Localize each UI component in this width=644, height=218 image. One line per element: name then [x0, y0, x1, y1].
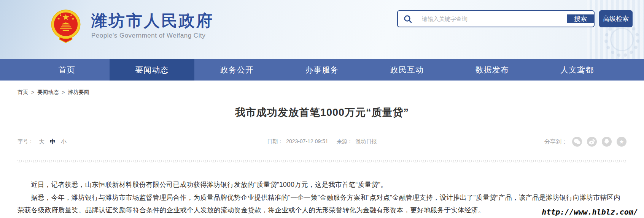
article-meta: 字号： 大 中 小 日期：2023-07-12 09:51来源：潍坊日报 分享到…	[17, 137, 627, 147]
main-nav: 首页 要闻动态 政务公开 办事服务 政民互动 数据发布 人文鸢都	[0, 59, 644, 81]
nav-item-interaction[interactable]: 政民互动	[364, 59, 450, 81]
source-label: 来源：	[337, 138, 353, 144]
article-source: 潍坊日报	[356, 138, 377, 144]
hatched-divider	[17, 160, 627, 163]
breadcrumb-news[interactable]: 要闻动态	[37, 89, 59, 96]
search-button[interactable]: 搜索	[567, 14, 594, 23]
font-size-large[interactable]: 大	[39, 138, 45, 145]
svg-text:★: ★	[70, 14, 72, 17]
article-paragraph: 近日，记者获悉，山东恒联新材料股份有限公司已成功获得潍坊银行发放的“质量贷”10…	[17, 179, 627, 191]
breadcrumb-separator: >	[62, 89, 65, 95]
search-icon	[403, 14, 412, 24]
article-title: 我市成功发放首笔1000万元“质量贷”	[17, 106, 627, 119]
qzone-share-icon[interactable]: ★	[617, 137, 627, 147]
national-emblem-icon: ★ ★ ★ ★	[50, 8, 81, 43]
search-area: 搜索 高级检索	[397, 10, 633, 27]
share-bar: 分享到： ★	[467, 137, 627, 147]
nav-item-services[interactable]: 办事服务	[280, 59, 365, 81]
article-date: 2023-07-12 09:51	[286, 138, 328, 144]
search-input[interactable]	[417, 11, 567, 27]
breadcrumb-home[interactable]: 首页	[17, 89, 28, 96]
advanced-search-button[interactable]: 高级检索	[599, 10, 633, 27]
svg-text:★: ★	[57, 17, 60, 21]
svg-text:★: ★	[72, 17, 74, 21]
site-title: 潍坊市人民政府	[91, 12, 214, 30]
search-box: 搜索	[397, 10, 595, 27]
site-logo[interactable]: ★ ★ ★ ★ 潍坊市人民政府 People's Government of W…	[50, 8, 214, 43]
nav-item-gov-affairs[interactable]: 政务公开	[194, 59, 280, 81]
date-source: 日期：2023-07-12 09:51来源：潍坊日报	[177, 138, 467, 145]
site-subtitle: People's Government of Weifang City	[91, 32, 214, 39]
breadcrumb-weifang-news[interactable]: 潍坊要闻	[68, 89, 89, 96]
page: ★ ★ ★ ★ 潍坊市人民政府 People's Government of W…	[0, 0, 644, 218]
font-size-small[interactable]: 小	[61, 138, 67, 145]
nav-item-culture[interactable]: 人文鸢都	[534, 59, 620, 81]
breadcrumb-separator: >	[31, 89, 34, 95]
svg-text:★: ★	[619, 139, 624, 145]
qq-share-icon[interactable]	[602, 137, 612, 147]
weibo-share-icon[interactable]	[587, 137, 597, 147]
site-header: ★ ★ ★ ★ 潍坊市人民政府 People's Government of W…	[0, 0, 644, 59]
wechat-share-icon[interactable]	[572, 137, 582, 147]
font-size-medium[interactable]: 中	[50, 138, 56, 145]
nav-item-data[interactable]: 数据发布	[450, 59, 535, 81]
article-paragraph: 据悉，今年，潍坊银行与潍坊市市场监督管理局合作，为质量品牌优势企业提供精准的“一…	[17, 191, 627, 217]
main-content: 首页 > 要闻动态 > 潍坊要闻 我市成功发放首笔1000万元“质量贷” 字号：…	[0, 81, 644, 217]
nav-item-news[interactable]: 要闻动态	[110, 59, 195, 81]
font-size-label: 字号：	[17, 138, 33, 145]
breadcrumb: 首页 > 要闻动态 > 潍坊要闻	[17, 81, 627, 96]
site-watermark: http://www.hlblz.com/	[542, 207, 638, 216]
article-body: 近日，记者获悉，山东恒联新材料股份有限公司已成功获得潍坊银行发放的“质量贷”10…	[17, 163, 627, 217]
date-label: 日期：	[267, 138, 283, 144]
share-label: 分享到：	[544, 138, 567, 145]
nav-item-home[interactable]: 首页	[24, 59, 110, 81]
brand-text: 潍坊市人民政府 People's Government of Weifang C…	[91, 12, 214, 39]
svg-text:★: ★	[59, 14, 62, 17]
font-size-control: 字号： 大 中 小	[17, 138, 177, 145]
